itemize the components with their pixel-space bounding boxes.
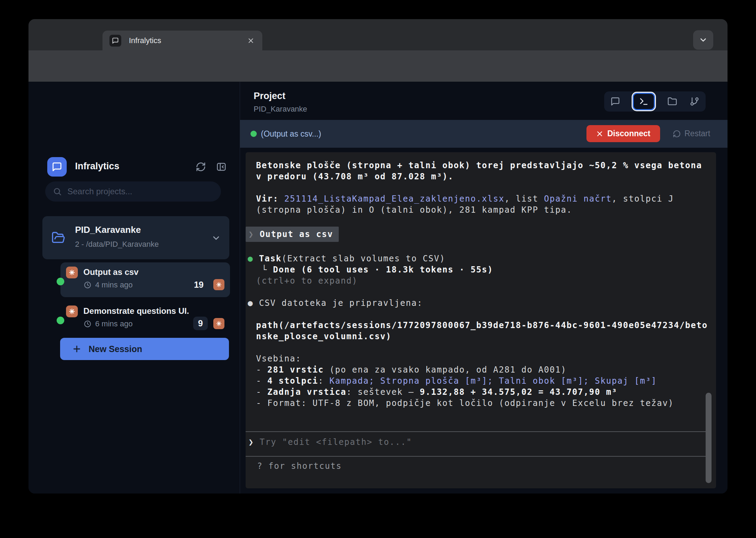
tab-close-icon[interactable]	[247, 37, 255, 44]
session-starburst-icon	[66, 267, 78, 278]
page-subtitle: PID_Karavanke	[254, 105, 307, 114]
prompt-chevron: ❯	[248, 437, 254, 447]
session-item[interactable]: Output as csv 4 mins ago 19	[60, 262, 230, 297]
tab-search-button[interactable]	[693, 30, 713, 50]
new-session-button[interactable]: New Session	[60, 338, 229, 360]
terminal-divider	[246, 431, 711, 432]
session-starburst-icon	[66, 305, 78, 317]
terminal-icon	[639, 97, 649, 106]
search-placeholder: Search projects...	[67, 187, 132, 196]
session-item[interactable]: Demonstrate questions UI. 6 mins ago 9	[60, 301, 230, 336]
plus-icon	[72, 344, 82, 354]
chat-view-icon[interactable]	[610, 97, 620, 106]
search-icon	[53, 187, 62, 196]
session-title: Demonstrate questions UI.	[83, 306, 189, 316]
session-count-badge: 9	[193, 317, 208, 330]
session-list: Output as csv 4 mins ago 19 Demonstrate …	[60, 262, 230, 340]
tab-favicon-speech-bubble-icon	[109, 35, 121, 47]
session-title: Output as csv	[83, 267, 139, 277]
online-status-dot	[57, 317, 64, 324]
project-card[interactable]: PID_Karavanke 2 - /data/PID_Karavanke	[42, 216, 229, 259]
session-meta: 6 mins ago	[83, 319, 133, 328]
disconnect-label: Disconnect	[607, 129, 650, 138]
restart-icon	[673, 130, 681, 138]
sidebar: Infralytics Search projects... PID_Karav…	[28, 82, 240, 494]
session-meta: 4 mins ago	[83, 280, 133, 290]
session-count-badge: 19	[194, 280, 204, 290]
online-status-dot	[57, 278, 64, 285]
shortcuts-hint: ? for shortcuts	[257, 461, 342, 471]
new-session-label: New Session	[89, 344, 142, 354]
session-time: 4 mins ago	[95, 280, 133, 290]
status-label: (Output as csv...)	[261, 129, 321, 139]
app-content: Infralytics Search projects... PID_Karav…	[28, 82, 728, 494]
collapse-sidebar-icon[interactable]	[215, 161, 227, 173]
terminal-view-button-active[interactable]	[633, 93, 655, 110]
git-branch-icon[interactable]	[690, 97, 699, 106]
tab-strip: Infralytics	[28, 19, 728, 50]
x-icon	[596, 130, 603, 137]
terminal-scrollbar-thumb[interactable]	[706, 393, 712, 483]
view-switcher	[604, 91, 706, 112]
browser-tab[interactable]: Infralytics	[102, 31, 262, 50]
restart-label: Restart	[684, 129, 710, 138]
desktop: Infralytics	[0, 0, 756, 538]
terminal-input[interactable]: ❯Try "edit <filepath> to..."	[248, 437, 412, 447]
session-time: 6 mins ago	[95, 319, 133, 328]
restart-button[interactable]: Restart	[673, 125, 710, 142]
browser-toolbar: localhost:3001/session/cde83cda-77a8... …	[28, 50, 728, 82]
search-input[interactable]: Search projects...	[45, 181, 221, 202]
page-title: Project	[254, 91, 286, 101]
clock-icon	[83, 320, 92, 328]
session-status-bar: (Output as csv...) Disconnect Restart	[240, 120, 728, 148]
project-name: PID_Karavanke	[75, 225, 141, 235]
disconnect-button[interactable]: Disconnect	[586, 125, 660, 142]
files-view-icon[interactable]	[667, 97, 677, 106]
session-starburst-icon	[213, 318, 224, 329]
main-panel: Project PID_Karavanke	[240, 82, 728, 494]
status-dot	[250, 131, 257, 137]
terminal-output: Betonske plošče (stropna + talni obok) t…	[256, 160, 709, 409]
app-logo-speech-bubble-icon	[47, 157, 67, 177]
terminal-input-placeholder: Try "edit <filepath> to..."	[260, 437, 412, 447]
chevron-down-icon[interactable]	[211, 233, 221, 243]
folder-open-icon	[51, 231, 65, 245]
terminal-divider	[246, 456, 711, 457]
session-starburst-icon	[213, 279, 224, 290]
project-meta: 2 - /data/PID_Karavanke	[75, 240, 159, 249]
refresh-icon[interactable]	[195, 161, 207, 173]
clock-icon	[83, 281, 92, 289]
terminal-panel[interactable]: Betonske plošče (stropna + talni obok) t…	[246, 152, 716, 488]
tab-title: Infralytics	[129, 36, 161, 45]
browser-window: Infralytics	[28, 19, 728, 494]
app-title: Infralytics	[75, 161, 120, 172]
